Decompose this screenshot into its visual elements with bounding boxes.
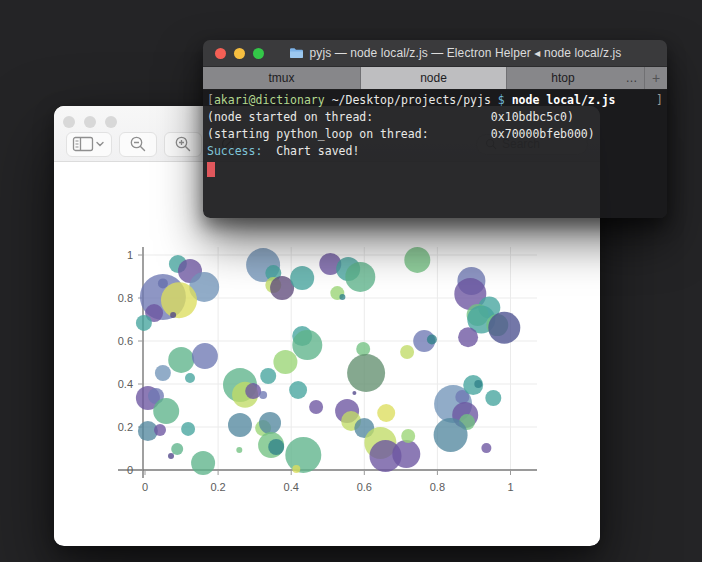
- svg-text:0.4: 0.4: [118, 378, 133, 390]
- new-tab-button[interactable]: +: [645, 67, 667, 89]
- svg-text:1: 1: [127, 249, 133, 261]
- success-message: Chart saved!: [262, 143, 359, 160]
- tab-tmux[interactable]: tmux: [203, 67, 361, 89]
- zoom-button[interactable]: [105, 116, 117, 128]
- svg-text:1: 1: [507, 481, 513, 493]
- terminal-cursor: [207, 162, 215, 177]
- terminal-traffic-lights: [215, 48, 264, 59]
- sidebar-icon: [72, 136, 106, 152]
- preview-traffic-lights: [63, 116, 117, 128]
- svg-text:0.6: 0.6: [357, 481, 372, 493]
- svg-text:0.2: 0.2: [118, 421, 133, 433]
- svg-text:0: 0: [142, 481, 148, 493]
- terminal-content[interactable]: [akari@dictionary ~/Desktop/projects/pyj…: [203, 90, 667, 218]
- terminal-output-line: (node started on thread: 0x10bdbc5c0): [207, 109, 663, 126]
- zoom-in-icon: [174, 135, 192, 153]
- terminal-window: pyjs — node local/z.js — Electron Helper…: [203, 40, 667, 218]
- folder-icon: [289, 47, 304, 59]
- minimize-button[interactable]: [234, 48, 245, 59]
- terminal-titlebar: pyjs — node local/z.js — Electron Helper…: [203, 40, 667, 67]
- terminal-title-text: pyjs — node local/z.js — Electron Helper…: [310, 46, 622, 60]
- tab-overflow-indicator[interactable]: …: [619, 67, 645, 89]
- prompt-bracket: [: [207, 92, 214, 109]
- close-button[interactable]: [63, 116, 75, 128]
- success-label: Success:: [207, 143, 262, 160]
- zoom-in-button[interactable]: [164, 132, 202, 157]
- terminal-prompt-line: [akari@dictionary ~/Desktop/projects/pyj…: [207, 92, 663, 109]
- sidebar-toggle-button[interactable]: [66, 132, 112, 157]
- svg-text:0.2: 0.2: [210, 481, 225, 493]
- minimize-button[interactable]: [84, 116, 96, 128]
- terminal-tabbar: tmux node htop … +: [203, 67, 667, 90]
- terminal-title: pyjs — node local/z.js — Electron Helper…: [203, 46, 667, 60]
- svg-text:0.6: 0.6: [118, 335, 133, 347]
- zoom-out-icon: [129, 135, 147, 153]
- prompt-path: ~/Desktop/projects/pyjs: [325, 92, 491, 109]
- svg-text:0.4: 0.4: [284, 481, 299, 493]
- chart-canvas: 00.20.40.60.8100.20.40.60.81: [54, 162, 600, 545]
- zoom-out-button[interactable]: [119, 132, 157, 157]
- zoom-button[interactable]: [253, 48, 264, 59]
- prompt-dollar: $: [491, 92, 505, 109]
- tab-node[interactable]: node: [361, 67, 507, 89]
- close-button[interactable]: [215, 48, 226, 59]
- terminal-success-line: Success: Chart saved!: [207, 143, 663, 160]
- svg-text:0: 0: [127, 464, 133, 476]
- prompt-user: akari@dictionary: [214, 92, 325, 109]
- bubble-chart: 00.20.40.60.8100.20.40.60.81: [54, 162, 600, 545]
- svg-text:0.8: 0.8: [430, 481, 445, 493]
- svg-text:0.8: 0.8: [118, 292, 133, 304]
- terminal-output-line: (starting python_loop on thread: 0x70000…: [207, 126, 663, 143]
- tab-htop[interactable]: htop: [507, 67, 619, 89]
- prompt-command: node local/z.js: [505, 92, 616, 109]
- prompt-bracket-right: ]: [656, 92, 663, 109]
